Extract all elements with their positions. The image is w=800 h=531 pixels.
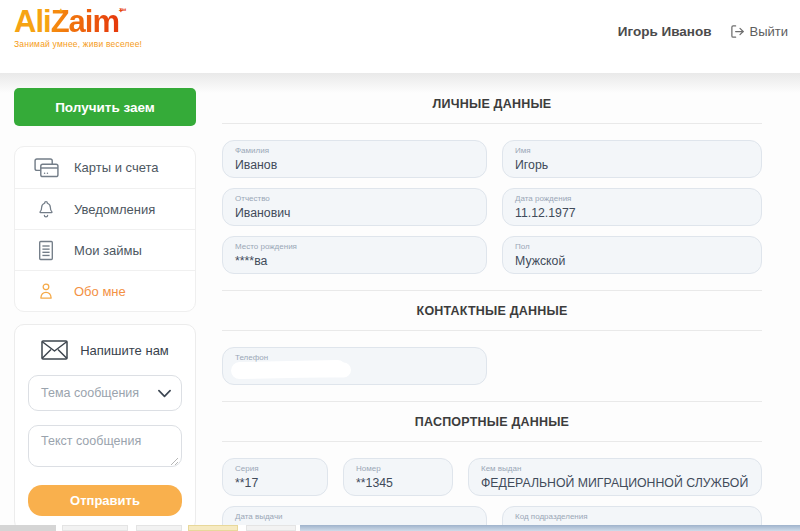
field-label: Место рождения <box>235 242 474 252</box>
section-title-passport: ПАСПОРТНЫЕ ДАННЫЕ <box>222 415 762 429</box>
logout-button[interactable]: Выйти <box>730 24 789 39</box>
field-birthplace[interactable]: Место рождения ****ва <box>222 236 487 274</box>
field-passport-issued-by[interactable]: Кем выдан ФЕДЕРАЛЬНОЙ МИГРАЦИОННОЙ СЛУЖБ… <box>468 458 762 496</box>
header: AliZaim™ ✦ ✦ Занимай умнее, живи веселее… <box>0 0 800 73</box>
send-button[interactable]: Отправить <box>28 485 182 516</box>
person-icon <box>33 280 59 302</box>
sidebar-item-notifications[interactable]: Уведомления <box>15 188 195 229</box>
bottom-edge-artifact <box>0 525 800 531</box>
field-birthdate[interactable]: Дата рождения 11.12.1977 <box>502 188 762 226</box>
divider <box>222 441 762 442</box>
bottom-segment <box>0 525 56 531</box>
cards-icon <box>33 158 59 178</box>
message-topic-select[interactable]: Тема сообщения <box>28 375 182 411</box>
field-middlename[interactable]: Отчество Иванович <box>222 188 487 226</box>
bottom-segment <box>246 525 296 531</box>
logo[interactable]: AliZaim™ ✦ ✦ Занимай умнее, живи веселее… <box>14 6 142 49</box>
sidebar-item-cards[interactable]: Карты и счета <box>15 147 195 188</box>
divider <box>222 401 762 402</box>
sidebar-item-about-me[interactable]: Обо мне <box>15 270 195 311</box>
field-value: 11.12.1977 <box>515 206 749 220</box>
divider <box>222 123 762 124</box>
field-label: Номер <box>356 464 440 474</box>
topic-placeholder: Тема сообщения <box>41 386 139 400</box>
section-title-personal: ЛИЧНЫЕ ДАННЫЕ <box>222 97 762 111</box>
field-label: Дата выдачи <box>235 512 474 522</box>
field-passport-number[interactable]: Номер **1345 <box>343 458 453 496</box>
field-label: Серия <box>235 464 315 474</box>
bottom-bar <box>300 525 800 531</box>
sidebar-item-label: Карты и счета <box>74 160 159 175</box>
logo-tagline: Занимай умнее, живи веселее! <box>14 40 142 49</box>
divider <box>222 290 762 291</box>
field-label: Имя <box>515 146 749 156</box>
header-right: Игорь Иванов Выйти <box>618 24 788 39</box>
main-panel: ЛИЧНЫЕ ДАННЫЕ Фамилия Иванов Имя Игорь О… <box>222 73 762 531</box>
redacted-phone-value <box>231 360 346 379</box>
sidebar-item-my-loans[interactable]: Мои займы <box>15 229 195 270</box>
sidebar: Получить заем Карты и счета <box>14 88 196 531</box>
sparkle-icon: ✦ <box>58 7 64 14</box>
sidebar-item-label: Обо мне <box>74 284 126 299</box>
section-title-contacts: КОНТАКТНЫЕ ДАННЫЕ <box>222 304 762 318</box>
get-loan-button[interactable]: Получить заем <box>14 88 196 126</box>
user-name: Игорь Иванов <box>618 24 712 39</box>
passport-fields-row1: Серия **17 Номер **1345 Кем выдан ФЕДЕРА… <box>222 458 762 496</box>
field-lastname[interactable]: Фамилия Иванов <box>222 140 487 178</box>
field-firstname[interactable]: Имя Игорь <box>502 140 762 178</box>
content-area: Получить заем Карты и счета <box>0 73 800 531</box>
document-icon <box>33 240 59 261</box>
logout-label: Выйти <box>750 24 789 39</box>
sidebar-item-label: Мои займы <box>74 243 142 258</box>
envelope-icon <box>41 340 68 360</box>
sidebar-menu: Карты и счета Уведомления <box>14 146 196 312</box>
field-label: Фамилия <box>235 146 474 156</box>
contact-card-header: Напишите нам <box>28 340 182 360</box>
field-phone[interactable]: Телефон <box>222 347 487 385</box>
bell-icon <box>33 198 59 220</box>
field-label: Кем выдан <box>481 464 749 474</box>
message-text-wrapper <box>28 425 182 471</box>
field-value: ****ва <box>235 254 474 268</box>
contact-card-title: Напишите нам <box>80 343 169 358</box>
field-value: Иванович <box>235 206 474 220</box>
sidebar-item-label: Уведомления <box>74 202 155 217</box>
field-value: ФЕДЕРАЛЬНОЙ МИГРАЦИОННОЙ СЛУЖБОЙ <box>481 476 749 490</box>
logout-icon <box>730 24 745 39</box>
field-value: **17 <box>235 476 315 490</box>
message-text-input[interactable] <box>28 425 182 467</box>
field-label: Отчество <box>235 194 474 204</box>
field-passport-series[interactable]: Серия **17 <box>222 458 328 496</box>
chevron-down-icon <box>158 389 171 398</box>
bottom-segment <box>188 525 238 531</box>
personal-fields: Фамилия Иванов Имя Игорь Отчество Иванов… <box>222 140 762 274</box>
contact-card: Напишите нам Тема сообщения <box>14 324 196 531</box>
divider <box>222 330 762 331</box>
field-value: Мужской <box>515 254 749 268</box>
field-gender[interactable]: Пол Мужской <box>502 236 762 274</box>
field-label: Код подразделения <box>515 512 749 522</box>
sparkle-icon: ✦ <box>118 7 124 14</box>
bottom-segment <box>136 525 182 531</box>
field-value: Иванов <box>235 158 474 172</box>
field-value: Игорь <box>515 158 749 172</box>
field-label: Дата рождения <box>515 194 749 204</box>
bottom-segment <box>62 525 128 531</box>
field-label: Пол <box>515 242 749 252</box>
field-value: **1345 <box>356 476 440 490</box>
